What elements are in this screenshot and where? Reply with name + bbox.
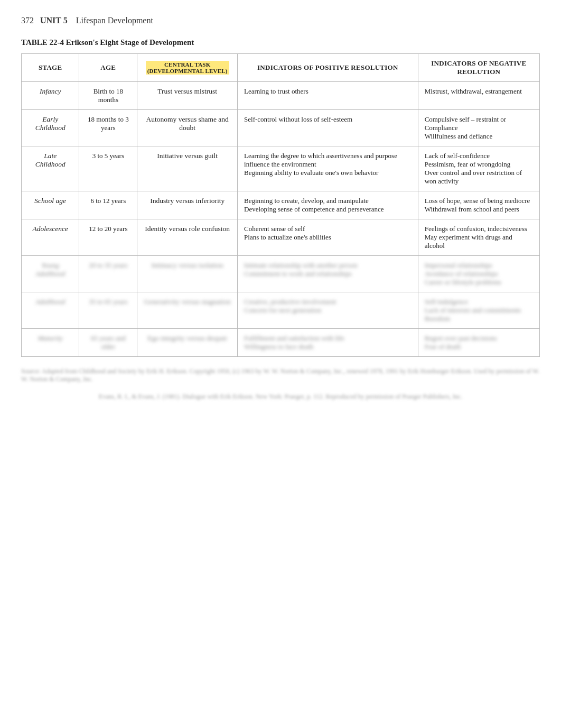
footer-source2: Evans, R. I., & Evans, J. (1981). Dialog…: [21, 393, 540, 401]
page-number: 372: [21, 16, 34, 25]
subtitle: Lifespan Development: [76, 16, 153, 25]
col-central-task: CENTRAL TASK (Developmental Level): [137, 54, 238, 82]
cell-task: Initiative versus guilt: [137, 146, 238, 191]
cell-stage: School age: [22, 191, 79, 219]
table-row: InfancyBirth to 18 monthsTrust versus mi…: [22, 82, 540, 110]
col-stage: STAGE: [22, 54, 79, 82]
unit-label: UNIT 5: [40, 16, 68, 25]
cell-stage: Young Adulthood: [22, 256, 79, 292]
cell-negative: Regret over past decisionsFear of death: [418, 329, 539, 357]
cell-negative: Lack of self-confidencePessimism, fear o…: [418, 146, 539, 191]
cell-task: Trust versus mistrust: [137, 82, 238, 110]
cell-age: 35 to 65 years: [79, 292, 137, 329]
cell-positive: Learning to trust others: [238, 82, 418, 110]
cell-task: Identity versus role confusion: [137, 219, 238, 256]
cell-negative: Mistrust, withdrawal, estrangement: [418, 82, 539, 110]
cell-negative: Self-indulgenceLack of interests and com…: [418, 292, 539, 329]
table-row: Adulthood35 to 65 yearsGenerativity vers…: [22, 292, 540, 329]
table-row: Young Adulthood20 to 35 yearsIntimacy ve…: [22, 256, 540, 292]
footer-source1: Source: Adapted from Childhood and Socie…: [21, 367, 540, 383]
cell-task: Ego integrity versus despair: [137, 329, 238, 357]
cell-positive: Beginning to create, develop, and manipu…: [238, 191, 418, 219]
cell-positive: Intimate relationship with another perso…: [238, 256, 418, 292]
col-age: AGE: [79, 54, 137, 82]
cell-task: Industry versus inferiority: [137, 191, 238, 219]
cell-negative: Impersonal relationshipsAvoidance of rel…: [418, 256, 539, 292]
cell-stage: Adulthood: [22, 292, 79, 329]
table-row: Early Childhood18 months to 3 yearsAuton…: [22, 110, 540, 146]
cell-stage: Adolescence: [22, 219, 79, 256]
cell-age: 65 years and older: [79, 329, 137, 357]
erikson-table: STAGE AGE CENTRAL TASK (Developmental Le…: [21, 53, 540, 357]
cell-age: 18 months to 3 years: [79, 110, 137, 146]
cell-positive: Self-control without loss of self-esteem: [238, 110, 418, 146]
col-positive: INDICATORS OF POSITIVE RESOLUTION: [238, 54, 418, 82]
cell-negative: Feelings of confusion, indecisivenessMay…: [418, 219, 539, 256]
table-row: Late Childhood3 to 5 yearsInitiative ver…: [22, 146, 540, 191]
cell-age: 20 to 35 years: [79, 256, 137, 292]
table-row: Adolescence12 to 20 yearsIdentity versus…: [22, 219, 540, 256]
page-header: 372 UNIT 5 Lifespan Development: [21, 16, 540, 25]
cell-stage: Early Childhood: [22, 110, 79, 146]
cell-age: 6 to 12 years: [79, 191, 137, 219]
cell-positive: Learning the degree to which assertivene…: [238, 146, 418, 191]
cell-stage: Maturity: [22, 329, 79, 357]
cell-age: 3 to 5 years: [79, 146, 137, 191]
cell-positive: Fulfillment and satisfaction with lifeWi…: [238, 329, 418, 357]
cell-stage: Late Childhood: [22, 146, 79, 191]
cell-negative: Loss of hope, sense of being mediocreWit…: [418, 191, 539, 219]
cell-positive: Coherent sense of selfPlans to actualize…: [238, 219, 418, 256]
col-negative: INDICATORS OF NEGATIVE REOLUTION: [418, 54, 539, 82]
cell-task: Intimacy versus isolation: [137, 256, 238, 292]
cell-positive: Creative, productive involvementConcern …: [238, 292, 418, 329]
cell-negative: Compulsive self – restraint or Complianc…: [418, 110, 539, 146]
cell-task: Generativity versus stagnation: [137, 292, 238, 329]
table-row: School age6 to 12 yearsIndustry versus i…: [22, 191, 540, 219]
cell-stage: Infancy: [22, 82, 79, 110]
cell-age: Birth to 18 months: [79, 82, 137, 110]
central-task-label: CENTRAL TASK (Developmental Level): [146, 61, 229, 75]
cell-task: Autonomy versus shame and doubt: [137, 110, 238, 146]
table-row: Maturity65 years and olderEgo integrity …: [22, 329, 540, 357]
table-title: TABLE 22-4 Erikson's Eight Stage of Deve…: [21, 38, 540, 47]
cell-age: 12 to 20 years: [79, 219, 137, 256]
